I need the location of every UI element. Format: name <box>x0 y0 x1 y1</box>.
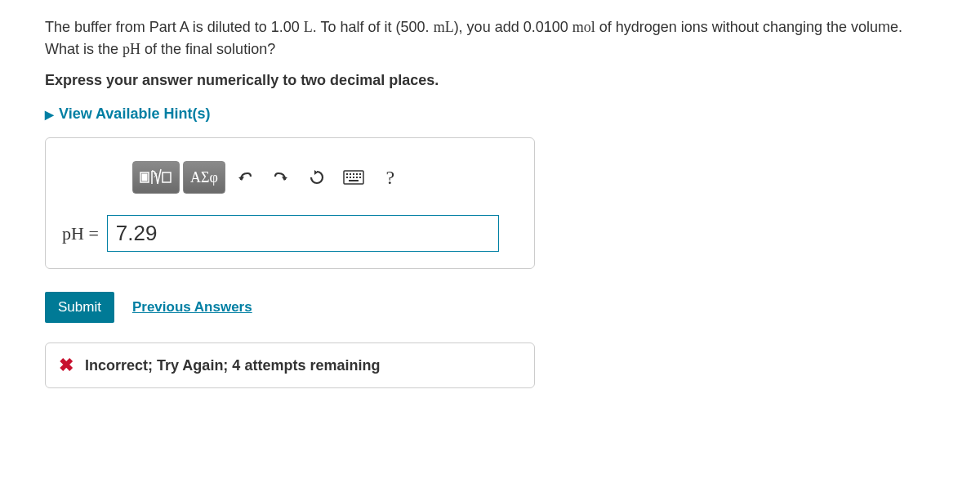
feedback-text: Incorrect; Try Again; 4 attempts remaini… <box>85 357 380 374</box>
answer-label: pH = <box>62 223 99 244</box>
incorrect-icon: ✖ <box>59 355 74 376</box>
previous-answers-link[interactable]: Previous Answers <box>132 299 252 316</box>
instruction-text: Express your answer numerically to two d… <box>45 72 935 89</box>
answer-input[interactable] <box>107 215 499 252</box>
svg-rect-9 <box>359 173 361 175</box>
keyboard-button[interactable] <box>336 161 371 194</box>
view-hints-toggle[interactable]: ▶ View Available Hint(s) <box>45 105 935 123</box>
math-toolbar: x ΑΣφ <box>132 161 518 194</box>
feedback-box: ✖ Incorrect; Try Again; 4 attempts remai… <box>45 342 535 388</box>
question-text: The buffer from Part A is diluted to 1.0… <box>45 16 935 60</box>
svg-rect-3 <box>163 172 171 182</box>
answer-row: pH = <box>62 215 518 252</box>
svg-rect-6 <box>350 173 351 175</box>
svg-rect-15 <box>349 180 359 181</box>
hints-label: View Available Hint(s) <box>59 105 210 123</box>
reset-button[interactable] <box>301 161 333 194</box>
svg-rect-13 <box>356 177 358 178</box>
actions-row: Submit Previous Answers <box>45 292 935 323</box>
triangle-right-icon: ▶ <box>45 108 54 121</box>
greek-symbols-button[interactable]: ΑΣφ <box>183 161 225 194</box>
submit-button[interactable]: Submit <box>45 292 114 323</box>
svg-rect-14 <box>359 177 361 178</box>
svg-rect-7 <box>353 173 354 175</box>
svg-rect-12 <box>353 177 354 178</box>
undo-button[interactable] <box>229 161 261 194</box>
svg-rect-10 <box>346 177 348 178</box>
svg-rect-5 <box>346 173 348 175</box>
templates-button[interactable]: x <box>132 161 180 194</box>
svg-rect-8 <box>356 173 358 175</box>
answer-box: x ΑΣφ <box>45 137 535 269</box>
redo-button[interactable] <box>265 161 297 194</box>
help-button[interactable]: ? <box>374 161 407 194</box>
svg-rect-11 <box>350 177 351 178</box>
svg-rect-1 <box>142 174 148 181</box>
